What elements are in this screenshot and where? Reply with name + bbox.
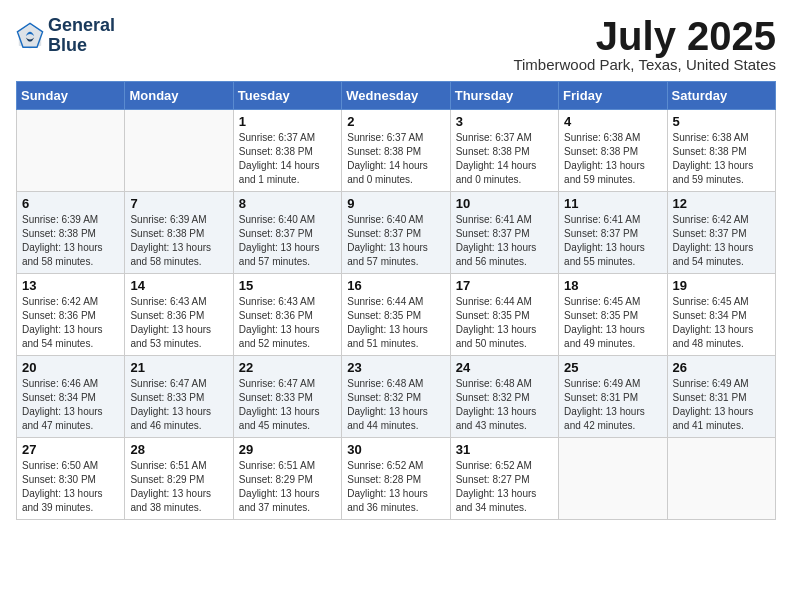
day-info: Sunrise: 6:37 AM Sunset: 8:38 PM Dayligh…	[456, 131, 553, 187]
day-info: Sunrise: 6:37 AM Sunset: 8:38 PM Dayligh…	[239, 131, 336, 187]
day-number: 10	[456, 196, 553, 211]
day-info: Sunrise: 6:49 AM Sunset: 8:31 PM Dayligh…	[673, 377, 770, 433]
calendar-cell: 15Sunrise: 6:43 AM Sunset: 8:36 PM Dayli…	[233, 274, 341, 356]
day-info: Sunrise: 6:40 AM Sunset: 8:37 PM Dayligh…	[347, 213, 444, 269]
calendar-cell	[667, 438, 775, 520]
day-info: Sunrise: 6:49 AM Sunset: 8:31 PM Dayligh…	[564, 377, 661, 433]
calendar-cell: 12Sunrise: 6:42 AM Sunset: 8:37 PM Dayli…	[667, 192, 775, 274]
location: Timberwood Park, Texas, United States	[513, 56, 776, 73]
calendar-cell: 29Sunrise: 6:51 AM Sunset: 8:29 PM Dayli…	[233, 438, 341, 520]
calendar-cell: 10Sunrise: 6:41 AM Sunset: 8:37 PM Dayli…	[450, 192, 558, 274]
day-info: Sunrise: 6:52 AM Sunset: 8:27 PM Dayligh…	[456, 459, 553, 515]
calendar-cell: 31Sunrise: 6:52 AM Sunset: 8:27 PM Dayli…	[450, 438, 558, 520]
day-info: Sunrise: 6:48 AM Sunset: 8:32 PM Dayligh…	[347, 377, 444, 433]
calendar-week-4: 20Sunrise: 6:46 AM Sunset: 8:34 PM Dayli…	[17, 356, 776, 438]
day-number: 24	[456, 360, 553, 375]
page-header: General Blue July 2025 Timberwood Park, …	[16, 16, 776, 73]
day-number: 8	[239, 196, 336, 211]
day-number: 13	[22, 278, 119, 293]
day-number: 18	[564, 278, 661, 293]
calendar-week-2: 6Sunrise: 6:39 AM Sunset: 8:38 PM Daylig…	[17, 192, 776, 274]
calendar-header-friday: Friday	[559, 82, 667, 110]
calendar-cell: 5Sunrise: 6:38 AM Sunset: 8:38 PM Daylig…	[667, 110, 775, 192]
logo-icon	[16, 22, 44, 50]
day-info: Sunrise: 6:47 AM Sunset: 8:33 PM Dayligh…	[239, 377, 336, 433]
logo-text: General Blue	[48, 16, 115, 56]
calendar-cell: 25Sunrise: 6:49 AM Sunset: 8:31 PM Dayli…	[559, 356, 667, 438]
calendar: SundayMondayTuesdayWednesdayThursdayFrid…	[16, 81, 776, 520]
day-number: 4	[564, 114, 661, 129]
day-info: Sunrise: 6:42 AM Sunset: 8:37 PM Dayligh…	[673, 213, 770, 269]
calendar-week-5: 27Sunrise: 6:50 AM Sunset: 8:30 PM Dayli…	[17, 438, 776, 520]
day-number: 25	[564, 360, 661, 375]
day-number: 7	[130, 196, 227, 211]
day-info: Sunrise: 6:39 AM Sunset: 8:38 PM Dayligh…	[130, 213, 227, 269]
calendar-cell: 26Sunrise: 6:49 AM Sunset: 8:31 PM Dayli…	[667, 356, 775, 438]
day-info: Sunrise: 6:48 AM Sunset: 8:32 PM Dayligh…	[456, 377, 553, 433]
calendar-cell	[559, 438, 667, 520]
calendar-cell: 14Sunrise: 6:43 AM Sunset: 8:36 PM Dayli…	[125, 274, 233, 356]
calendar-cell: 28Sunrise: 6:51 AM Sunset: 8:29 PM Dayli…	[125, 438, 233, 520]
day-number: 11	[564, 196, 661, 211]
day-number: 1	[239, 114, 336, 129]
day-number: 22	[239, 360, 336, 375]
day-number: 28	[130, 442, 227, 457]
calendar-body: 1Sunrise: 6:37 AM Sunset: 8:38 PM Daylig…	[17, 110, 776, 520]
month-title: July 2025	[513, 16, 776, 56]
calendar-cell: 11Sunrise: 6:41 AM Sunset: 8:37 PM Dayli…	[559, 192, 667, 274]
calendar-cell: 8Sunrise: 6:40 AM Sunset: 8:37 PM Daylig…	[233, 192, 341, 274]
day-info: Sunrise: 6:47 AM Sunset: 8:33 PM Dayligh…	[130, 377, 227, 433]
calendar-cell: 3Sunrise: 6:37 AM Sunset: 8:38 PM Daylig…	[450, 110, 558, 192]
day-info: Sunrise: 6:43 AM Sunset: 8:36 PM Dayligh…	[130, 295, 227, 351]
calendar-cell: 20Sunrise: 6:46 AM Sunset: 8:34 PM Dayli…	[17, 356, 125, 438]
calendar-cell: 21Sunrise: 6:47 AM Sunset: 8:33 PM Dayli…	[125, 356, 233, 438]
day-number: 31	[456, 442, 553, 457]
calendar-cell: 30Sunrise: 6:52 AM Sunset: 8:28 PM Dayli…	[342, 438, 450, 520]
calendar-cell: 16Sunrise: 6:44 AM Sunset: 8:35 PM Dayli…	[342, 274, 450, 356]
day-number: 29	[239, 442, 336, 457]
day-number: 12	[673, 196, 770, 211]
calendar-cell: 2Sunrise: 6:37 AM Sunset: 8:38 PM Daylig…	[342, 110, 450, 192]
calendar-cell	[17, 110, 125, 192]
day-number: 3	[456, 114, 553, 129]
day-number: 9	[347, 196, 444, 211]
day-info: Sunrise: 6:39 AM Sunset: 8:38 PM Dayligh…	[22, 213, 119, 269]
calendar-cell: 23Sunrise: 6:48 AM Sunset: 8:32 PM Dayli…	[342, 356, 450, 438]
calendar-cell: 1Sunrise: 6:37 AM Sunset: 8:38 PM Daylig…	[233, 110, 341, 192]
day-info: Sunrise: 6:50 AM Sunset: 8:30 PM Dayligh…	[22, 459, 119, 515]
day-info: Sunrise: 6:44 AM Sunset: 8:35 PM Dayligh…	[456, 295, 553, 351]
calendar-cell: 7Sunrise: 6:39 AM Sunset: 8:38 PM Daylig…	[125, 192, 233, 274]
calendar-cell: 9Sunrise: 6:40 AM Sunset: 8:37 PM Daylig…	[342, 192, 450, 274]
day-info: Sunrise: 6:51 AM Sunset: 8:29 PM Dayligh…	[130, 459, 227, 515]
calendar-header: SundayMondayTuesdayWednesdayThursdayFrid…	[17, 82, 776, 110]
calendar-week-3: 13Sunrise: 6:42 AM Sunset: 8:36 PM Dayli…	[17, 274, 776, 356]
day-number: 16	[347, 278, 444, 293]
day-info: Sunrise: 6:38 AM Sunset: 8:38 PM Dayligh…	[564, 131, 661, 187]
day-number: 27	[22, 442, 119, 457]
calendar-week-1: 1Sunrise: 6:37 AM Sunset: 8:38 PM Daylig…	[17, 110, 776, 192]
calendar-cell: 22Sunrise: 6:47 AM Sunset: 8:33 PM Dayli…	[233, 356, 341, 438]
calendar-cell: 18Sunrise: 6:45 AM Sunset: 8:35 PM Dayli…	[559, 274, 667, 356]
day-number: 23	[347, 360, 444, 375]
day-info: Sunrise: 6:45 AM Sunset: 8:35 PM Dayligh…	[564, 295, 661, 351]
day-info: Sunrise: 6:43 AM Sunset: 8:36 PM Dayligh…	[239, 295, 336, 351]
calendar-header-tuesday: Tuesday	[233, 82, 341, 110]
day-number: 14	[130, 278, 227, 293]
calendar-cell: 13Sunrise: 6:42 AM Sunset: 8:36 PM Dayli…	[17, 274, 125, 356]
day-info: Sunrise: 6:46 AM Sunset: 8:34 PM Dayligh…	[22, 377, 119, 433]
calendar-header-sunday: Sunday	[17, 82, 125, 110]
calendar-cell: 6Sunrise: 6:39 AM Sunset: 8:38 PM Daylig…	[17, 192, 125, 274]
day-number: 5	[673, 114, 770, 129]
calendar-header-thursday: Thursday	[450, 82, 558, 110]
calendar-cell: 4Sunrise: 6:38 AM Sunset: 8:38 PM Daylig…	[559, 110, 667, 192]
day-number: 26	[673, 360, 770, 375]
day-number: 15	[239, 278, 336, 293]
calendar-header-saturday: Saturday	[667, 82, 775, 110]
calendar-header-monday: Monday	[125, 82, 233, 110]
day-number: 20	[22, 360, 119, 375]
day-info: Sunrise: 6:37 AM Sunset: 8:38 PM Dayligh…	[347, 131, 444, 187]
day-info: Sunrise: 6:44 AM Sunset: 8:35 PM Dayligh…	[347, 295, 444, 351]
day-number: 21	[130, 360, 227, 375]
day-number: 30	[347, 442, 444, 457]
calendar-cell: 27Sunrise: 6:50 AM Sunset: 8:30 PM Dayli…	[17, 438, 125, 520]
